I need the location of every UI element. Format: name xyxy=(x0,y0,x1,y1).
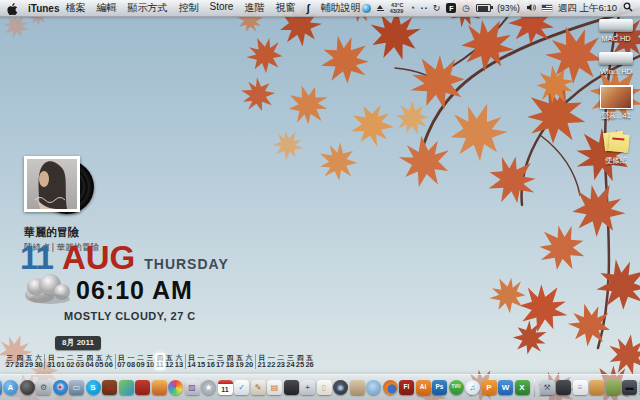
hard-drive-icon xyxy=(599,52,633,65)
clock-menulet-icon[interactable]: ◷ xyxy=(462,4,470,13)
domo-icon[interactable]: ▬ xyxy=(102,380,117,395)
calendar-day: 五05 xyxy=(94,353,104,370)
flash-icon[interactable]: Fl xyxy=(399,380,414,395)
tasks-app-icon[interactable]: ✓ xyxy=(234,380,249,395)
battery-percent[interactable]: (93%) xyxy=(497,3,520,13)
dock-divider xyxy=(534,379,535,397)
color-wheel-icon[interactable] xyxy=(168,380,183,395)
ical-icon[interactable]: 11 xyxy=(218,380,233,395)
calendar-month-badge: 8月 2011 xyxy=(55,336,101,350)
menu-item[interactable]: 進階 xyxy=(244,1,264,15)
menu-bar: iTunes 檔案編輯顯示方式控制Store進階視窗 ∫ 輔助說明 43°C43… xyxy=(0,0,640,17)
calendar-day: 四28 xyxy=(15,353,25,370)
photo-booth-icon[interactable]: ◉ xyxy=(333,380,348,395)
calendar-day: 四04 xyxy=(85,353,95,370)
red-app-icon[interactable] xyxy=(135,380,150,395)
spotlight-icon[interactable] xyxy=(623,2,633,14)
iphoto-icon[interactable] xyxy=(152,380,167,395)
graphics-app-icon[interactable] xyxy=(350,380,365,395)
volume-icon[interactable] xyxy=(526,3,536,14)
datetime-widget: 11 AUG THURSDAY 06:10 AM MOSTLY CLOUDY, … xyxy=(20,243,229,322)
desktop-icon[interactable]: MAC HD xyxy=(599,19,633,43)
menu-item[interactable]: 視窗 xyxy=(275,1,295,15)
help-menu[interactable]: 輔助說明 xyxy=(320,1,360,15)
battery-icon[interactable] xyxy=(476,4,491,12)
script-menu-icon[interactable]: ∫ xyxy=(306,2,309,14)
calendar-day: 三10 xyxy=(145,353,155,370)
calculator-icon[interactable]: + xyxy=(300,380,315,395)
menu-clock[interactable]: 週四 上午6:10 xyxy=(558,2,617,15)
screenshot-file-icon xyxy=(600,85,633,109)
keynote-app-icon[interactable]: ▤ xyxy=(267,380,282,395)
apple-menu[interactable] xyxy=(7,2,18,15)
safari-icon[interactable]: ✦ xyxy=(53,380,68,395)
calendar-day: 一15 xyxy=(196,353,206,370)
documents-stack-icon[interactable]: ≡ xyxy=(573,380,588,395)
desktop-icon[interactable]: 螢幕...41 xyxy=(600,85,633,121)
menu-item[interactable]: 編輯 xyxy=(96,1,116,15)
screen-sharing-icon[interactable]: ▭ xyxy=(69,380,84,395)
notify-app-icon[interactable]: F xyxy=(446,3,456,13)
disc-drive-icon[interactable]: ▬ xyxy=(622,380,637,395)
weather-menulet-icon[interactable] xyxy=(362,4,371,13)
time-display: 06:10 AM xyxy=(76,276,193,305)
airport-utility-icon[interactable] xyxy=(366,380,381,395)
black-book-icon[interactable] xyxy=(284,380,299,395)
utilities-stack-icon[interactable]: ⚒ xyxy=(540,380,555,395)
dark-app-icon[interactable] xyxy=(556,380,571,395)
menu-item[interactable]: 控制 xyxy=(178,1,198,15)
downloads-stack-icon[interactable] xyxy=(589,380,604,395)
calendar-day: 四25 xyxy=(295,353,305,370)
tvu-player-icon[interactable]: TVU xyxy=(449,380,464,395)
app-store-icon[interactable]: A xyxy=(3,380,18,395)
menu-item[interactable]: 顯示方式 xyxy=(127,1,167,15)
calendar-day: 三17 xyxy=(215,353,225,370)
dock: ☺A⚙✦▭S▬▨★11✓✎▤+▯◉FlAiPsTVU♫PWX⚒≡▬ xyxy=(0,374,640,400)
pages-app-icon[interactable]: ✎ xyxy=(251,380,266,395)
gauge-icon[interactable]: ◔ xyxy=(409,4,414,13)
active-app-name[interactable]: iTunes xyxy=(28,3,59,14)
eject-icon[interactable] xyxy=(377,5,384,12)
itunes-icon[interactable]: ♫ xyxy=(465,380,480,395)
mini-menulet-icons[interactable]: ▪ ▪ xyxy=(421,4,427,13)
desktop-icon[interactable]: Win... HD xyxy=(599,52,633,76)
calendar-day: 五19 xyxy=(235,353,245,370)
calendar-day: 日21 xyxy=(257,353,267,370)
firefox-icon[interactable] xyxy=(383,380,398,395)
illustrator-icon[interactable]: Ai xyxy=(416,380,431,395)
media-app-icon[interactable]: ▨ xyxy=(185,380,200,395)
system-preferences-icon[interactable]: ⚙ xyxy=(36,380,51,395)
menu-status-area: 43°C43/29 ◔ ▪ ▪ ↻ F ◷ (93%) 週四 上午6:10 xyxy=(362,2,633,15)
desktop-icon-label: MAC HD xyxy=(601,34,631,43)
menu-item[interactable]: Store xyxy=(209,1,233,15)
track-title: 華麗的冒險 xyxy=(24,225,100,240)
finder-icon[interactable]: ☺ xyxy=(0,380,2,395)
desktop-icon-label: 便條紙 xyxy=(605,156,628,166)
sync-icon[interactable]: ↻ xyxy=(433,4,441,13)
week-separator xyxy=(115,354,116,369)
camera-app-icon[interactable] xyxy=(20,380,35,395)
white-book-icon[interactable]: ▯ xyxy=(317,380,332,395)
calendar-widget: 8月 2011 三27四28五29六30日31一01二02三03四04五05六0… xyxy=(5,331,314,370)
photoshop-icon[interactable]: Ps xyxy=(432,380,447,395)
powerpoint-icon[interactable]: P xyxy=(482,380,497,395)
desktop-icon[interactable]: 便條紙 xyxy=(602,130,630,166)
cloud-icon xyxy=(20,271,74,309)
sticky-notes-icon xyxy=(602,130,630,154)
calendar-day: 六30 xyxy=(34,353,44,370)
desktop-icon-label: 螢幕...41 xyxy=(601,111,631,121)
calendar-day: 四18 xyxy=(225,353,235,370)
excel-icon[interactable]: X xyxy=(515,380,530,395)
calendar-day: 三24 xyxy=(286,353,296,370)
temperature-readout[interactable]: 43°C43/29 xyxy=(390,2,404,14)
star-badge-app-icon[interactable]: ★ xyxy=(201,380,216,395)
green-stack-icon[interactable] xyxy=(606,380,621,395)
calendar-day: 六13 xyxy=(174,353,184,370)
menu-item[interactable]: 檔案 xyxy=(65,1,85,15)
skype-icon[interactable]: S xyxy=(86,380,101,395)
desktop-icons: MAC HDWin... HD螢幕...41便條紙 xyxy=(593,19,639,175)
input-source-flag-us[interactable] xyxy=(542,5,552,11)
calendar-day: 三27 xyxy=(5,353,15,370)
messenger-icon[interactable] xyxy=(119,380,134,395)
word-icon[interactable]: W xyxy=(498,380,513,395)
